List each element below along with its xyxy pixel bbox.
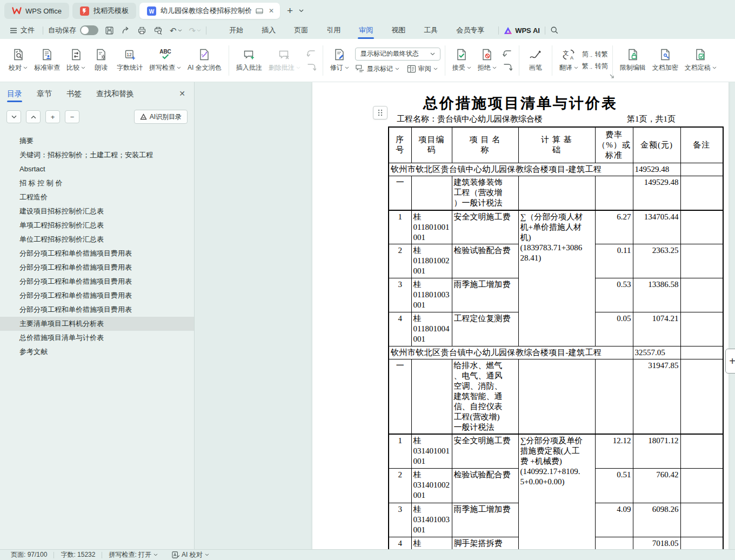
calc-basis-cell[interactable]: ∑（分部分项人材 机+单价措施人材 机) (1839783.71+3086 28… [518,210,595,346]
section-total-cell[interactable]: 32557.05 [633,346,680,359]
amount-cell[interactable]: 18071.12 [633,434,680,468]
encrypt-document-button[interactable]: 文档加密 [650,43,681,78]
toc-item[interactable]: 参考文献 [0,345,194,359]
amount-cell[interactable]: 1074.21 [633,312,680,346]
print-icon[interactable] [137,26,146,35]
reject-button[interactable]: 拒绝 [475,43,499,78]
rate-cell[interactable] [595,359,633,435]
name-cell[interactable]: 检验试验配合费 [452,244,518,278]
name-cell[interactable]: 雨季施工增加费 [452,278,518,312]
multi-window-icon[interactable] [256,8,263,14]
seq-cell[interactable]: 3 [389,503,411,537]
name-cell[interactable]: 安全文明施工费 [452,434,518,468]
expand-group-icon[interactable] [610,74,614,78]
toc-item[interactable]: 分部分项工程和单价措施项目费用表 [0,261,194,275]
name-cell[interactable]: 雨季施工增加费 [452,503,518,537]
code-cell[interactable]: 桂 011801002 001 [411,244,452,278]
show-markup-button[interactable]: 显示标记 [355,64,399,74]
read-aloud-button[interactable]: 朗读 [89,43,113,78]
sidebar-tab-3[interactable]: 查找和替换 [96,82,134,105]
name-cell[interactable]: 检验试验配合费 [452,468,518,503]
toc-item[interactable]: 单位工程招标控制价汇总表 [0,232,194,246]
previous-comment-icon[interactable] [306,49,317,58]
expand-all-button[interactable] [26,110,41,123]
toc-item[interactable]: 招 标 控 制 价 [0,176,194,190]
autosave-toggle[interactable] [80,25,98,35]
amount-cell[interactable]: 13386.58 [633,278,680,312]
menu-item-3[interactable]: 引用 [317,22,350,39]
code-cell[interactable]: 桂 031401001 001 [411,434,452,468]
toc-item[interactable]: 分部分项工程和单价措施项目费用表 [0,289,194,303]
remark-cell[interactable] [680,163,723,176]
tab-document[interactable]: W 幼儿园保教综合楼招标控制价 ✕ [139,3,280,19]
toc-item[interactable]: 主要清单项目工料机分析表 [0,317,194,331]
basis-cell[interactable] [518,176,595,210]
toc-item[interactable]: 分部分项工程和单价措施项目费用表 [0,303,194,317]
sidebar-tab-1[interactable]: 章节 [37,82,52,105]
column-header[interactable]: 费率 （%）或 标准 [595,127,633,163]
seq-cell[interactable]: 1 [389,210,411,244]
remark-cell[interactable] [680,537,723,549]
redo-button[interactable]: ↷ [189,26,202,35]
remark-cell[interactable] [680,312,723,346]
code-cell[interactable] [411,359,452,435]
menu-item-6[interactable]: 工具 [415,22,447,39]
name-cell[interactable]: 脚手架搭拆费 [452,537,518,549]
seq-cell[interactable]: 2 [389,468,411,503]
sidebar-tab-0[interactable]: 目录 [7,82,22,105]
zoom-in-toc-button[interactable]: + [45,110,60,123]
rate-cell[interactable]: 0.51 [595,468,633,503]
seq-cell[interactable]: 1 [389,434,411,468]
rate-cell[interactable]: 6.27 [595,210,633,244]
track-changes-button[interactable]: 修订 [328,43,352,78]
rate-cell[interactable]: 4.09 [595,503,633,537]
to-simplified-button[interactable]: 繁→ 转简 [582,62,608,71]
toc-item[interactable]: 关键词：招标控制价；土建工程；安装工程 [0,148,194,162]
save-icon[interactable] [105,26,114,35]
section-title-cell[interactable]: 钦州市钦北区贵台镇中心幼儿园保教综合楼项目-建筑工程 [389,346,633,359]
remark-cell[interactable] [680,503,723,537]
menu-item-7[interactable]: 会员专享 [447,22,493,39]
menu-item-5[interactable]: 视图 [382,22,415,39]
remark-cell[interactable] [680,359,723,435]
code-cell[interactable]: 桂 011801001 001 [411,210,452,244]
remark-cell[interactable] [680,346,723,359]
toc-item[interactable]: 工程造价 [0,190,194,204]
remark-cell[interactable] [680,434,723,468]
file-menu-button[interactable]: 文件 [6,25,38,35]
amount-cell[interactable]: 6098.26 [633,503,680,537]
code-cell[interactable]: 桂 [411,537,452,549]
name-cell[interactable]: 安全文明施工费 [452,210,518,244]
review-pane-button[interactable]: 审阅 [407,64,438,74]
ai-polish-button[interactable]: AI 全文润色 [185,43,224,78]
seq-cell[interactable]: 一 [389,176,411,210]
seq-cell[interactable]: 4 [389,537,411,549]
remark-cell[interactable] [680,176,723,210]
toc-item[interactable]: 分部分项工程和单价措施项目费用表 [0,246,194,261]
amount-cell[interactable]: 134705.44 [633,210,680,244]
ai-proofread-status[interactable]: AI 校对 [169,550,212,559]
word-count-button[interactable]: 12 字数统计 [114,43,145,78]
toc-item[interactable]: 分部分项工程和单价措施项目费用表 [0,275,194,289]
rate-cell[interactable] [595,176,633,210]
next-change-icon[interactable] [502,63,513,71]
column-header[interactable]: 计 算 基 础 [518,127,595,163]
table-drag-handle[interactable] [373,106,387,119]
code-cell[interactable]: 桂 031401003 001 [411,503,452,537]
restrict-editing-button[interactable]: 限制编辑 [617,43,649,78]
rate-cell[interactable] [595,537,633,549]
page-indicator[interactable]: 页面: 97/100 [8,550,50,559]
menu-item-4[interactable]: 审阅 [350,22,382,39]
name-cell[interactable]: 建筑装修装饰 工程（营改增 ）一般计税法 [452,176,518,210]
tab-wps-office[interactable]: WPS Office [4,3,69,19]
rate-cell[interactable]: 12.12 [595,434,633,468]
new-tab-button[interactable]: + [283,5,297,17]
standard-review-button[interactable]: 标准审查 [31,43,63,78]
wps-ai-button[interactable]: WPS AI [504,26,540,35]
seq-cell[interactable]: 一 [389,359,411,435]
amount-cell[interactable]: 31947.85 [633,359,680,435]
remark-cell[interactable] [680,468,723,503]
sidebar-tab-2[interactable]: 书签 [66,82,82,105]
close-pane-icon[interactable]: ✕ [179,82,185,105]
column-header[interactable]: 序 号 [389,127,411,163]
